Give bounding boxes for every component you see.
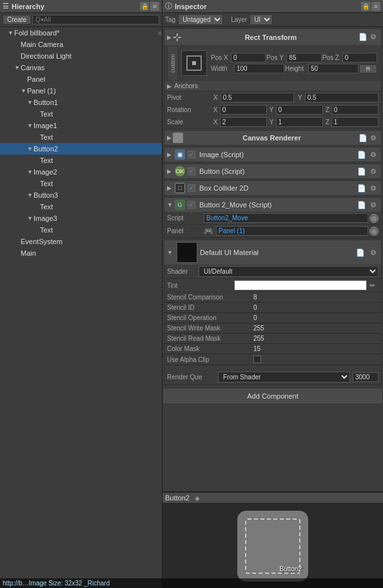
pivot-x-input[interactable] xyxy=(221,93,294,102)
text-b3-item[interactable]: Text xyxy=(0,201,162,213)
text-i1-item[interactable]: Text xyxy=(0,131,162,143)
button-book-icon[interactable]: 📄 xyxy=(357,166,367,176)
box-collider-header[interactable]: ▶ □ Box Collider 2D 📄 ⚙ xyxy=(164,181,381,195)
scale-y-axis: Y xyxy=(270,119,274,126)
pos-row-inputs: Pos X Pos Y Pos Z xyxy=(211,53,377,62)
anchors-section[interactable]: ▶ Anchors xyxy=(164,81,381,91)
image2-item[interactable]: ▼ Image2 xyxy=(0,166,162,178)
script-field-label: Script xyxy=(167,214,202,222)
button-gear-icon[interactable]: ⚙ xyxy=(368,166,378,176)
text-i2-item[interactable]: Text xyxy=(0,178,162,189)
panel-1-item[interactable]: ▼ Panel (1) xyxy=(0,85,162,97)
canvas-item[interactable]: ▼ Canvas xyxy=(0,62,162,73)
preview-content: Button2 xyxy=(162,504,383,588)
menu-icon[interactable]: ≡ xyxy=(150,2,159,11)
pos-y-input[interactable] xyxy=(286,53,321,62)
layer-label: Layer xyxy=(231,16,247,23)
r-button[interactable]: R xyxy=(359,64,377,73)
inspector-icon: ⓘ xyxy=(165,1,172,11)
canvas-gear-icon[interactable]: ⚙ xyxy=(368,133,378,143)
button2-move-header[interactable]: ▼ G Button 2_Move (Script) 📄 ⚙ xyxy=(164,198,381,212)
scale-z-input[interactable] xyxy=(331,117,378,127)
tag-label: Tag xyxy=(165,16,175,23)
rect-book-icon[interactable]: 📄 xyxy=(358,32,368,43)
box-collider-book-icon[interactable]: 📄 xyxy=(357,183,367,193)
image-script-checkbox[interactable] xyxy=(188,151,195,158)
box-collider-checkbox[interactable] xyxy=(188,184,195,192)
tint-label: Tint xyxy=(167,282,231,289)
pencil-icon[interactable]: ✏ xyxy=(369,281,378,290)
scale-x-input[interactable] xyxy=(220,117,267,127)
button2-move-book-icon[interactable]: 📄 xyxy=(357,200,367,210)
text-b2-item[interactable]: Text xyxy=(0,155,162,166)
scale-y-input[interactable] xyxy=(276,117,323,127)
search-input[interactable] xyxy=(35,16,156,23)
button2-arrow: ▼ xyxy=(27,146,34,152)
use-alpha-clip-checkbox[interactable] xyxy=(253,356,261,363)
panel-circle-btn[interactable]: ◎ xyxy=(369,227,378,236)
image1-item[interactable]: ▼ Image1 xyxy=(0,120,162,131)
canvas-label: Canvas xyxy=(21,64,44,71)
main-camera-item[interactable]: Main Camera xyxy=(0,39,162,50)
pivot-x-axis: X xyxy=(213,94,218,101)
image-script-header[interactable]: ▶ ▣ Image (Script) 📄 ⚙ xyxy=(164,147,381,162)
rot-y-input[interactable] xyxy=(276,105,323,115)
directional-light-item[interactable]: Directional Light xyxy=(0,50,162,62)
button-script-header[interactable]: ▶ OK Button (Script) 📄 ⚙ xyxy=(164,164,381,178)
rect-transform-header[interactable]: ▶ ⊹ Rect Transform 📄 ⚙ xyxy=(164,29,381,45)
canvas-renderer-header[interactable]: ▶ Canvas Renderer 📄 ⚙ xyxy=(164,131,381,145)
box-collider-gear-icon[interactable]: ⚙ xyxy=(368,183,378,193)
material-header[interactable]: ▼ Default UI Material 📄 ⚙ xyxy=(164,240,381,265)
pos-x-input[interactable] xyxy=(231,53,266,62)
panel-item[interactable]: Panel xyxy=(0,73,162,85)
height-input[interactable] xyxy=(308,64,358,73)
create-button[interactable]: Create xyxy=(3,15,31,24)
script-circle-btn[interactable]: ◎ xyxy=(369,214,378,223)
tint-color-swatch[interactable] xyxy=(234,280,367,290)
material-book-icon[interactable]: 📄 xyxy=(355,247,366,258)
text-i3-item[interactable]: Text xyxy=(0,224,162,236)
fold-options-icon[interactable]: ≡ xyxy=(158,30,162,37)
button2-move-checkbox[interactable] xyxy=(188,201,195,209)
tag-select[interactable]: Untagged xyxy=(178,14,223,25)
button-script-title: Button (Script) xyxy=(199,167,355,175)
rot-z-input[interactable] xyxy=(331,105,378,115)
render-queue-value-input[interactable] xyxy=(353,372,378,382)
button-script-checkbox[interactable] xyxy=(188,167,195,175)
inspector-lock-icon[interactable]: 🔒 xyxy=(361,2,370,11)
rect-gear-icon[interactable]: ⚙ xyxy=(368,32,378,43)
main-item[interactable]: Main xyxy=(0,247,162,259)
pos-z-input[interactable] xyxy=(342,53,377,62)
fold-billboard-label: Fold billboard* xyxy=(14,29,59,37)
button2-item[interactable]: ▼ Button2 xyxy=(0,143,162,155)
image-book-icon[interactable]: 📄 xyxy=(357,149,367,160)
eventsystem-item[interactable]: EventSystem xyxy=(0,236,162,247)
panel-row: Panel 🎮 Panel (1) ◎ xyxy=(164,225,381,238)
button3-item[interactable]: ▼ Button3 xyxy=(0,189,162,201)
stencil-comparison-value: 8 xyxy=(253,294,257,301)
button1-item[interactable]: ▼ Button1 xyxy=(0,97,162,108)
material-gear-icon[interactable]: ⚙ xyxy=(368,247,378,258)
image3-item[interactable]: ▼ Image3 xyxy=(0,213,162,224)
fold-billboard-item[interactable]: ▼ Fold billboard* ≡ xyxy=(0,27,162,39)
rot-y-axis: Y xyxy=(270,106,274,113)
add-component-button[interactable]: Add Component xyxy=(164,389,382,403)
material-preview xyxy=(177,242,197,263)
text-b1-item[interactable]: Text xyxy=(0,108,162,120)
lock-icon[interactable]: 🔒 xyxy=(140,2,149,11)
button2-move-gear-icon[interactable]: ⚙ xyxy=(368,200,378,210)
pivot-y-input[interactable] xyxy=(305,93,378,102)
material-component: ▼ Default UI Material 📄 ⚙ Shader UI/Defa… xyxy=(164,240,382,385)
layer-select[interactable]: UI xyxy=(250,14,273,25)
rot-x-input[interactable] xyxy=(220,105,267,115)
image-gear-icon[interactable]: ⚙ xyxy=(368,149,378,160)
shader-select[interactable]: UI/Default xyxy=(199,266,378,277)
anchor-widget[interactable] xyxy=(181,50,207,76)
hierarchy-tree: ▼ Fold billboard* ≡ Main Camera Directio… xyxy=(0,27,162,588)
width-input[interactable] xyxy=(234,64,284,73)
canvas-book-icon[interactable]: 📄 xyxy=(358,133,368,143)
render-queue-select[interactable]: From Shader xyxy=(218,372,350,383)
rect-transform-title: Rect Transform xyxy=(184,33,358,41)
inspector-menu-icon[interactable]: ≡ xyxy=(371,2,380,11)
hierarchy-panel: ☰ Hierarchy 🔒 ≡ Create ▼ Fold billboard*… xyxy=(0,0,162,588)
